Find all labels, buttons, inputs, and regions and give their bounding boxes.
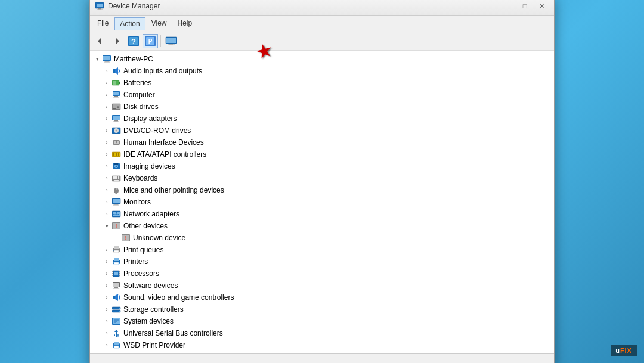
svg-rect-94 bbox=[114, 272, 118, 275]
svg-marker-21 bbox=[115, 67, 118, 75]
svg-rect-36 bbox=[114, 120, 118, 122]
expand-arrow-imaging[interactable] bbox=[102, 162, 112, 171]
svg-rect-37 bbox=[113, 121, 119, 122]
computer-icon bbox=[112, 90, 121, 100]
tree-item-dvd[interactable]: DVD/CD-ROM drives bbox=[90, 125, 554, 136]
svg-text:?: ? bbox=[131, 37, 136, 46]
tree-item-audio[interactable]: Audio inputs and outputs bbox=[90, 65, 554, 77]
expand-arrow-hid[interactable] bbox=[102, 138, 112, 147]
svg-text:!: ! bbox=[116, 223, 117, 229]
expand-arrow-other[interactable] bbox=[102, 221, 112, 231]
expand-arrow-pc[interactable] bbox=[92, 54, 102, 64]
svg-rect-58 bbox=[116, 176, 117, 178]
tree-item-mice[interactable]: Mice and other pointing devices bbox=[90, 184, 554, 196]
svg-rect-27 bbox=[114, 96, 118, 97]
properties-button[interactable]: ? bbox=[126, 34, 141, 48]
expand-arrow-ide[interactable] bbox=[102, 150, 112, 159]
display-adapter-icon bbox=[112, 114, 121, 123]
svg-rect-59 bbox=[118, 176, 119, 178]
expand-arrow-display[interactable] bbox=[102, 114, 112, 123]
tree-item-usb[interactable]: Universal Serial Bus controllers bbox=[90, 327, 554, 339]
expand-arrow-wsd[interactable] bbox=[102, 340, 112, 350]
expand-arrow-audio[interactable] bbox=[102, 66, 112, 76]
monitors-label: Monitors bbox=[123, 198, 151, 206]
expand-arrow-usb[interactable] bbox=[102, 328, 112, 338]
tree-item-sound[interactable]: Sound, video and game controllers bbox=[90, 291, 554, 303]
svg-marker-4 bbox=[98, 38, 101, 45]
tree-item-monitors[interactable]: Monitors bbox=[90, 196, 554, 208]
network-label: Network adapters bbox=[123, 210, 179, 218]
expand-arrow-software[interactable] bbox=[102, 281, 112, 290]
title-bar-controls: — □ ✕ bbox=[500, 0, 549, 12]
system-label: System devices bbox=[123, 317, 174, 325]
svg-point-41 bbox=[116, 130, 117, 131]
expand-arrow-processors[interactable] bbox=[102, 269, 112, 278]
tree-item-system[interactable]: System devices bbox=[90, 315, 554, 327]
expand-arrow-keyboards[interactable] bbox=[102, 173, 112, 183]
batteries-icon bbox=[112, 78, 121, 88]
menu-file[interactable]: File bbox=[92, 17, 113, 30]
tree-item-other-devices[interactable]: ! Other devices bbox=[90, 220, 554, 232]
tree-item-hid[interactable]: Human Interface Devices bbox=[90, 136, 554, 148]
expand-arrow-dvd[interactable] bbox=[102, 126, 112, 135]
svg-point-109 bbox=[119, 308, 120, 309]
tree-item-batteries[interactable]: Batteries bbox=[90, 77, 554, 89]
menu-help[interactable]: Help bbox=[173, 17, 197, 30]
mice-label: Mice and other pointing devices bbox=[123, 186, 224, 194]
tree-item-storage[interactable]: Storage controllers bbox=[90, 303, 554, 315]
tree-item-display-adapters[interactable]: Display adapters bbox=[90, 113, 554, 125]
expand-arrow-monitors[interactable] bbox=[102, 197, 112, 207]
menu-view[interactable]: View bbox=[147, 17, 172, 30]
minimize-button[interactable]: — bbox=[500, 0, 516, 12]
svg-rect-105 bbox=[113, 296, 115, 299]
svg-rect-102 bbox=[113, 283, 119, 287]
svg-rect-57 bbox=[114, 176, 116, 178]
tree-item-ide[interactable]: IDE ATA/ATAPI controllers bbox=[90, 148, 554, 160]
svg-rect-31 bbox=[113, 108, 116, 109]
svg-rect-61 bbox=[114, 178, 116, 179]
tree-item-software[interactable]: Software devices bbox=[90, 280, 554, 291]
menu-action[interactable]: Action bbox=[114, 17, 145, 30]
expand-arrow-storage[interactable] bbox=[102, 305, 112, 314]
software-icon bbox=[112, 281, 121, 290]
expand-arrow-computer[interactable] bbox=[102, 90, 112, 100]
expand-arrow-printers[interactable] bbox=[102, 257, 112, 266]
toolbar: ? P bbox=[90, 32, 554, 51]
device-tree: Matthew-PC Audio inputs and outputs bbox=[90, 51, 554, 353]
tree-item-pc-root[interactable]: Matthew-PC bbox=[90, 53, 554, 65]
expand-arrow-system[interactable] bbox=[102, 317, 112, 326]
close-button[interactable]: ✕ bbox=[534, 0, 549, 12]
forward-button[interactable] bbox=[109, 34, 125, 48]
expand-arrow-batteries[interactable] bbox=[102, 78, 112, 88]
expand-arrow-sound[interactable] bbox=[102, 293, 112, 302]
svg-rect-3 bbox=[97, 10, 103, 10]
svg-point-53 bbox=[116, 165, 117, 167]
svg-rect-120 bbox=[114, 335, 115, 336]
tree-item-unknown-device[interactable]: ! Unknown device bbox=[90, 232, 554, 244]
svg-marker-106 bbox=[115, 294, 118, 301]
tree-item-imaging[interactable]: Imaging devices bbox=[90, 160, 554, 172]
expand-arrow-mice[interactable] bbox=[102, 185, 112, 195]
display-button[interactable] bbox=[163, 34, 179, 48]
tree-item-printers[interactable]: Printers bbox=[90, 256, 554, 268]
tree-item-keyboards[interactable]: Keyboards bbox=[90, 172, 554, 184]
print-queues-label: Print queues bbox=[123, 246, 163, 254]
back-button[interactable] bbox=[92, 34, 108, 48]
expand-arrow-network[interactable] bbox=[102, 209, 112, 219]
tree-item-wsd[interactable]: WSD Print Provider bbox=[90, 339, 554, 351]
svg-rect-24 bbox=[113, 81, 116, 85]
tree-item-computer[interactable]: Computer bbox=[90, 89, 554, 101]
tree-item-network[interactable]: Network adapters bbox=[90, 208, 554, 220]
expand-arrow-disk[interactable] bbox=[102, 102, 112, 111]
properties-active-button[interactable]: P bbox=[143, 34, 158, 48]
maximize-button[interactable]: □ bbox=[517, 0, 532, 12]
ide-label: IDE ATA/ATAPI controllers bbox=[123, 150, 206, 159]
tree-item-processors[interactable]: Processors bbox=[90, 268, 554, 280]
tree-item-print-queues[interactable]: Print queues bbox=[90, 244, 554, 256]
sound-label: Sound, video and game controllers bbox=[123, 293, 234, 302]
expand-arrow-print[interactable] bbox=[102, 245, 112, 255]
tree-item-disk-drives[interactable]: Disk drives bbox=[90, 101, 554, 113]
svg-rect-13 bbox=[166, 38, 176, 43]
batteries-label: Batteries bbox=[123, 79, 151, 87]
svg-rect-2 bbox=[98, 8, 101, 10]
